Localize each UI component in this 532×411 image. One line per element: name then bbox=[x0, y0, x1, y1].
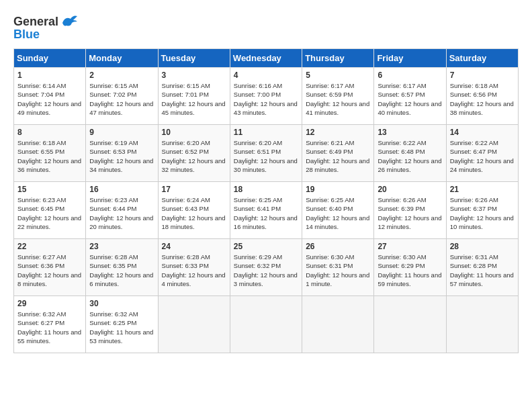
sunset-text: Sunset: 6:41 PM bbox=[234, 205, 281, 212]
day-info: Sunrise: 6:30 AM Sunset: 6:29 PM Dayligh… bbox=[378, 253, 442, 288]
calendar-week-1: 1 Sunrise: 6:14 AM Sunset: 7:04 PM Dayli… bbox=[14, 68, 519, 125]
calendar-cell: 25 Sunrise: 6:29 AM Sunset: 6:32 PM Dayl… bbox=[230, 239, 302, 296]
sunrise-text: Sunrise: 6:28 AM bbox=[162, 253, 210, 261]
calendar-cell: 20 Sunrise: 6:26 AM Sunset: 6:39 PM Dayl… bbox=[374, 182, 446, 239]
day-number: 7 bbox=[450, 71, 515, 80]
day-number: 8 bbox=[17, 128, 82, 137]
sunrise-text: Sunrise: 6:23 AM bbox=[17, 196, 66, 203]
calendar-cell: 15 Sunrise: 6:23 AM Sunset: 6:45 PM Dayl… bbox=[14, 182, 86, 239]
calendar-cell: 16 Sunrise: 6:23 AM Sunset: 6:44 PM Dayl… bbox=[86, 182, 158, 239]
sunrise-text: Sunrise: 6:19 AM bbox=[89, 139, 138, 146]
daylight-text: Daylight: 12 hours and 20 minutes. bbox=[89, 214, 153, 230]
day-number: 3 bbox=[162, 71, 226, 80]
calendar-week-2: 8 Sunrise: 6:18 AM Sunset: 6:55 PM Dayli… bbox=[14, 125, 519, 182]
daylight-text: Daylight: 12 hours and 30 minutes. bbox=[234, 157, 298, 173]
sunset-text: Sunset: 6:49 PM bbox=[306, 148, 353, 155]
day-info: Sunrise: 6:20 AM Sunset: 6:52 PM Dayligh… bbox=[162, 138, 226, 174]
logo-bird-icon bbox=[60, 13, 79, 30]
calendar-cell bbox=[302, 296, 374, 353]
day-info: Sunrise: 6:20 AM Sunset: 6:51 PM Dayligh… bbox=[234, 138, 298, 174]
calendar-cell: 4 Sunrise: 6:16 AM Sunset: 7:00 PM Dayli… bbox=[230, 68, 302, 125]
sunset-text: Sunset: 6:47 PM bbox=[450, 148, 497, 155]
day-info: Sunrise: 6:32 AM Sunset: 6:27 PM Dayligh… bbox=[17, 310, 82, 345]
header: General Blue bbox=[13, 13, 519, 42]
sunset-text: Sunset: 6:53 PM bbox=[89, 148, 136, 155]
day-number: 12 bbox=[306, 128, 370, 137]
day-number: 13 bbox=[378, 128, 442, 137]
sunset-text: Sunset: 6:48 PM bbox=[378, 148, 425, 155]
sunrise-text: Sunrise: 6:28 AM bbox=[89, 253, 138, 261]
daylight-text: Daylight: 12 hours and 12 minutes. bbox=[378, 214, 441, 230]
sunset-text: Sunset: 6:52 PM bbox=[162, 148, 209, 155]
day-info: Sunrise: 6:17 AM Sunset: 6:59 PM Dayligh… bbox=[306, 81, 370, 117]
calendar-cell: 8 Sunrise: 6:18 AM Sunset: 6:55 PM Dayli… bbox=[14, 125, 86, 182]
sunset-text: Sunset: 6:59 PM bbox=[306, 91, 353, 98]
sunrise-text: Sunrise: 6:22 AM bbox=[450, 139, 498, 146]
calendar-cell: 28 Sunrise: 6:31 AM Sunset: 6:28 PM Dayl… bbox=[446, 239, 518, 296]
sunrise-text: Sunrise: 6:26 AM bbox=[450, 196, 498, 203]
day-info: Sunrise: 6:23 AM Sunset: 6:44 PM Dayligh… bbox=[89, 195, 154, 231]
day-number: 17 bbox=[162, 185, 226, 194]
daylight-text: Daylight: 11 hours and 57 minutes. bbox=[450, 271, 514, 287]
day-number: 30 bbox=[89, 299, 154, 308]
calendar-cell: 10 Sunrise: 6:20 AM Sunset: 6:52 PM Dayl… bbox=[158, 125, 230, 182]
sunrise-text: Sunrise: 6:22 AM bbox=[378, 139, 426, 146]
daylight-text: Daylight: 12 hours and 38 minutes. bbox=[450, 100, 514, 116]
daylight-text: Daylight: 12 hours and 10 minutes. bbox=[450, 214, 514, 230]
sunrise-text: Sunrise: 6:14 AM bbox=[17, 82, 66, 89]
calendar-cell: 24 Sunrise: 6:28 AM Sunset: 6:33 PM Dayl… bbox=[158, 239, 230, 296]
calendar-cell: 19 Sunrise: 6:25 AM Sunset: 6:40 PM Dayl… bbox=[302, 182, 374, 239]
day-info: Sunrise: 6:19 AM Sunset: 6:53 PM Dayligh… bbox=[89, 138, 154, 174]
sunset-text: Sunset: 6:55 PM bbox=[17, 148, 64, 155]
day-number: 27 bbox=[378, 242, 442, 251]
calendar-cell: 2 Sunrise: 6:15 AM Sunset: 7:02 PM Dayli… bbox=[86, 68, 158, 125]
sunrise-text: Sunrise: 6:27 AM bbox=[17, 253, 66, 261]
sunset-text: Sunset: 6:27 PM bbox=[17, 319, 64, 326]
header-monday: Monday bbox=[86, 49, 158, 68]
sunset-text: Sunset: 6:28 PM bbox=[450, 262, 497, 269]
daylight-text: Daylight: 12 hours and 43 minutes. bbox=[234, 100, 298, 116]
sunset-text: Sunset: 6:56 PM bbox=[450, 91, 497, 98]
daylight-text: Daylight: 12 hours and 28 minutes. bbox=[306, 157, 369, 173]
day-number: 4 bbox=[234, 71, 298, 80]
calendar-cell: 1 Sunrise: 6:14 AM Sunset: 7:04 PM Dayli… bbox=[14, 68, 86, 125]
day-info: Sunrise: 6:18 AM Sunset: 6:55 PM Dayligh… bbox=[17, 138, 82, 174]
header-saturday: Saturday bbox=[446, 49, 518, 68]
day-info: Sunrise: 6:26 AM Sunset: 6:39 PM Dayligh… bbox=[378, 195, 442, 231]
sunrise-text: Sunrise: 6:23 AM bbox=[89, 196, 138, 203]
daylight-text: Daylight: 12 hours and 36 minutes. bbox=[17, 157, 81, 173]
calendar-cell: 7 Sunrise: 6:18 AM Sunset: 6:56 PM Dayli… bbox=[446, 68, 518, 125]
day-number: 1 bbox=[17, 71, 82, 80]
day-number: 22 bbox=[17, 242, 82, 251]
sunrise-text: Sunrise: 6:17 AM bbox=[306, 82, 354, 89]
calendar-cell: 14 Sunrise: 6:22 AM Sunset: 6:47 PM Dayl… bbox=[446, 125, 518, 182]
day-number: 10 bbox=[162, 128, 226, 137]
calendar-cell: 11 Sunrise: 6:20 AM Sunset: 6:51 PM Dayl… bbox=[230, 125, 302, 182]
daylight-text: Daylight: 12 hours and 49 minutes. bbox=[17, 100, 81, 116]
sunrise-text: Sunrise: 6:18 AM bbox=[450, 82, 498, 89]
header-thursday: Thursday bbox=[302, 49, 374, 68]
calendar-cell: 30 Sunrise: 6:32 AM Sunset: 6:25 PM Dayl… bbox=[86, 296, 158, 353]
sunset-text: Sunset: 7:04 PM bbox=[17, 91, 64, 98]
day-info: Sunrise: 6:24 AM Sunset: 6:43 PM Dayligh… bbox=[162, 195, 226, 231]
day-number: 18 bbox=[234, 185, 298, 194]
sunrise-text: Sunrise: 6:17 AM bbox=[378, 82, 426, 89]
sunrise-text: Sunrise: 6:20 AM bbox=[234, 139, 282, 146]
header-wednesday: Wednesday bbox=[230, 49, 302, 68]
sunset-text: Sunset: 6:25 PM bbox=[89, 319, 136, 326]
sunset-text: Sunset: 7:02 PM bbox=[89, 91, 136, 98]
daylight-text: Daylight: 12 hours and 3 minutes. bbox=[234, 271, 298, 287]
sunset-text: Sunset: 7:00 PM bbox=[234, 91, 281, 98]
calendar-cell: 5 Sunrise: 6:17 AM Sunset: 6:59 PM Dayli… bbox=[302, 68, 374, 125]
sunrise-text: Sunrise: 6:29 AM bbox=[234, 253, 282, 261]
day-info: Sunrise: 6:17 AM Sunset: 6:57 PM Dayligh… bbox=[378, 81, 442, 117]
day-info: Sunrise: 6:14 AM Sunset: 7:04 PM Dayligh… bbox=[17, 81, 82, 117]
calendar-cell bbox=[230, 296, 302, 353]
sunrise-text: Sunrise: 6:15 AM bbox=[89, 82, 138, 89]
day-number: 20 bbox=[378, 185, 442, 194]
daylight-text: Daylight: 12 hours and 4 minutes. bbox=[162, 271, 226, 287]
calendar-cell: 13 Sunrise: 6:22 AM Sunset: 6:48 PM Dayl… bbox=[374, 125, 446, 182]
sunset-text: Sunset: 6:51 PM bbox=[234, 148, 281, 155]
day-info: Sunrise: 6:18 AM Sunset: 6:56 PM Dayligh… bbox=[450, 81, 515, 117]
daylight-text: Daylight: 12 hours and 41 minutes. bbox=[306, 100, 369, 116]
